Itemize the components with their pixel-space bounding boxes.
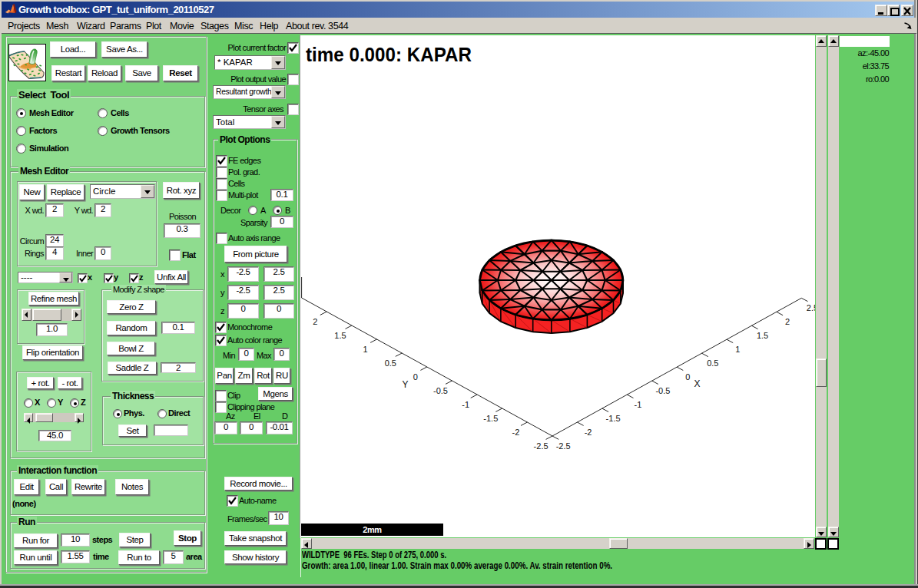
- svg-text:2: 2: [313, 317, 317, 326]
- svg-text:1: 1: [363, 345, 368, 354]
- svg-text:-1: -1: [462, 400, 469, 409]
- svg-text:-2: -2: [512, 428, 520, 437]
- svg-text:2: 2: [785, 317, 790, 326]
- svg-text:1: 1: [735, 345, 740, 354]
- svg-text:-1: -1: [635, 400, 642, 409]
- svg-text:-2.5: -2.5: [556, 441, 571, 451]
- svg-text:2.5: 2.5: [807, 303, 815, 312]
- svg-text:-2.5: -2.5: [534, 441, 548, 451]
- svg-text:0: 0: [413, 372, 418, 382]
- svg-text:1.5: 1.5: [334, 331, 346, 340]
- svg-text:-0.5: -0.5: [433, 386, 448, 395]
- svg-text:-1.5: -1.5: [483, 414, 498, 423]
- svg-text:Y: Y: [402, 379, 408, 390]
- svg-text:-1.5: -1.5: [606, 414, 621, 423]
- svg-text:X: X: [694, 378, 700, 389]
- svg-text:0.5: 0.5: [385, 358, 396, 368]
- svg-text:0: 0: [685, 372, 690, 382]
- svg-text:0.5: 0.5: [707, 358, 718, 368]
- svg-text:1.5: 1.5: [757, 331, 768, 340]
- svg-text:-2: -2: [585, 428, 592, 437]
- svg-text:-0.5: -0.5: [655, 386, 670, 395]
